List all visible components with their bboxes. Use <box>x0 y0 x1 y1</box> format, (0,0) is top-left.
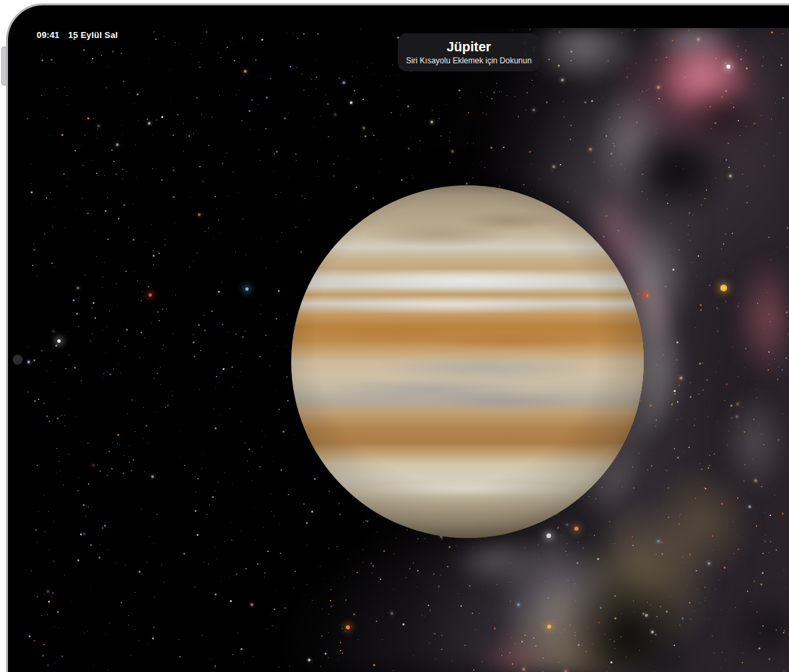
banner-subtitle: Siri Kısayolu Eklemek için Dokunun <box>406 56 532 65</box>
bright-star <box>149 293 152 297</box>
status-date: 15 Eylül Sal <box>68 30 118 40</box>
bright-star <box>642 292 647 297</box>
bright-star <box>574 527 578 531</box>
siri-shortcut-banner[interactable]: Jüpiter Siri Kısayolu Eklemek için Dokun… <box>398 33 540 71</box>
bright-star <box>720 285 727 291</box>
bright-star <box>245 287 249 291</box>
bright-star <box>346 625 350 629</box>
status-bar: 09:41 15 Eylül Sal <box>37 30 118 40</box>
ipad-screen: 09:41 15 Eylül Sal Jüpiter Siri Kısayolu… <box>27 28 789 672</box>
apple-support-illustration: 09:41 15 Eylül Sal Jüpiter Siri Kısayolu… <box>0 0 789 672</box>
bright-star <box>546 533 551 538</box>
bright-star <box>547 625 551 629</box>
bright-star <box>57 339 61 343</box>
jupiter-planet-3d-model[interactable] <box>291 185 644 538</box>
banner-title: Jüpiter <box>446 40 491 54</box>
bright-star <box>726 65 730 69</box>
status-time: 09:41 <box>37 30 59 40</box>
front-camera <box>13 355 23 365</box>
